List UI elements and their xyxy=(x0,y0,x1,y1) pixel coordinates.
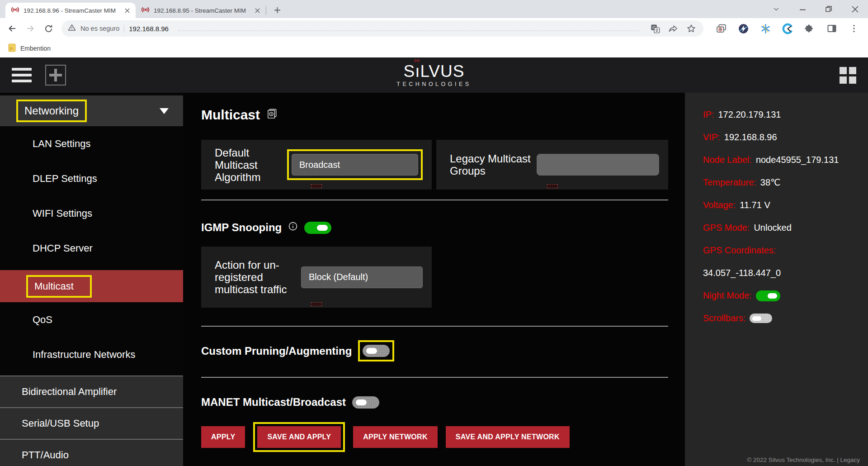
sidebar-item-infrastructure-networks[interactable]: Infrastructure Networks xyxy=(0,337,183,372)
section-divider xyxy=(201,377,668,378)
address-bar[interactable]: No es seguro 192.168.8.96 G xyxy=(61,20,703,37)
snowflake-extension-icon[interactable] xyxy=(760,23,771,34)
default-multicast-algorithm-panel: Default Multicast Algorithm Broadcast xyxy=(201,140,432,190)
window-controls xyxy=(763,0,868,18)
sidebar-item-dhcp-server[interactable]: DHCP Server xyxy=(0,231,183,266)
tab-title: 192.168.8.96 - StreamCaster MIM xyxy=(24,7,119,14)
browser-toolbar: No es seguro 192.168.8.96 G xyxy=(0,18,868,39)
panel-resize-marker xyxy=(311,302,322,306)
status-row-night-mode: Night Mode: xyxy=(703,290,859,301)
apply-button[interactable]: APPLY xyxy=(201,426,245,448)
popup-help-icon[interactable] xyxy=(266,107,278,123)
section-divider xyxy=(201,200,668,200)
sidebar-section-bidirectional-amplifier[interactable]: Bidirectional Amplifier xyxy=(0,376,183,407)
sidebar-item-multicast[interactable]: Multicast xyxy=(0,270,183,302)
annotation-box-multicast: Multicast xyxy=(26,275,92,298)
sidebar-group-label: Networking xyxy=(24,105,79,117)
sidebar-sections: Bidirectional Amplifier Serial/USB Setup… xyxy=(0,376,183,466)
c-clock-extension-icon[interactable] xyxy=(782,23,793,34)
chip-separator xyxy=(124,25,124,33)
status-row-gps-coordinates: GPS Coordinates: xyxy=(703,245,859,256)
omnibox-dotted-line xyxy=(178,30,639,31)
forward-icon[interactable] xyxy=(23,21,38,36)
legacy-multicast-groups-panel: Legacy Multicast Groups xyxy=(436,140,668,190)
night-mode-toggle[interactable] xyxy=(756,290,780,301)
tab-streamcaster-95[interactable]: 192.168.8.95 - StreamCaster MIM xyxy=(136,3,266,18)
status-row-ip: IP:172.20.179.131 xyxy=(703,109,859,120)
page-body: Networking LAN Settings DLEP Settings WI… xyxy=(0,93,868,466)
streamcaster-favicon xyxy=(141,5,150,15)
apply-network-button[interactable]: APPLY NETWORK xyxy=(353,426,438,448)
add-plus-icon[interactable] xyxy=(45,65,66,86)
unregistered-multicast-label: Action for un-registered multicast traff… xyxy=(215,259,301,295)
browser-window: 192.168.8.96 - StreamCaster MIM 192.168.… xyxy=(0,0,868,466)
silvus-logo: SıLVUS TECHNOLOGIES xyxy=(396,63,471,87)
sidebar-group-networking[interactable]: Networking xyxy=(0,95,183,126)
main-content: Multicast Default Multicast Algorithm Br… xyxy=(183,93,685,466)
sidebar-item-dlep-settings[interactable]: DLEP Settings xyxy=(0,161,183,196)
chrome-media-cards-icon[interactable] xyxy=(715,23,727,34)
bookmark-star-icon[interactable] xyxy=(684,22,698,35)
tab-title: 192.168.8.95 - StreamCaster MIM xyxy=(154,7,249,14)
streamcaster-favicon xyxy=(11,5,19,15)
minimize-button[interactable] xyxy=(789,0,816,18)
default-multicast-algorithm-select[interactable]: Broadcast xyxy=(292,154,418,176)
igmp-snooping-toggle[interactable] xyxy=(304,222,331,234)
close-window-button[interactable] xyxy=(842,0,868,18)
sidebar-item-qos[interactable]: QoS xyxy=(0,302,183,337)
status-row-vip: VIP:192.168.8.96 xyxy=(703,132,859,143)
status-row-node-label: Node Label:node45955_179.131 xyxy=(703,154,859,166)
grid-apps-icon[interactable] xyxy=(840,67,856,84)
menu-hamburger-icon[interactable] xyxy=(12,68,32,82)
status-row-gps-mode: GPS Mode:Unlocked xyxy=(703,222,859,233)
restore-button[interactable] xyxy=(816,0,842,18)
sidebar-item-wifi-settings[interactable]: WIFI Settings xyxy=(0,196,183,231)
manet-multicast-label: MANET Multicast/Broadcast xyxy=(201,396,346,409)
custom-pruning-toggle[interactable] xyxy=(363,345,390,357)
bookmark-embention[interactable]: Embention xyxy=(20,45,51,52)
save-and-apply-network-button[interactable]: SAVE AND APPLY NETWORK xyxy=(446,426,570,448)
tab-streamcaster-96[interactable]: 192.168.8.96 - StreamCaster MIM xyxy=(5,3,136,18)
status-row-scrollbars: Scrollbars: xyxy=(703,313,859,324)
sidebar-section-serial-usb-setup[interactable]: Serial/USB Setup xyxy=(0,407,183,439)
annotation-box-pruning-toggle xyxy=(358,340,394,361)
legacy-multicast-groups-input[interactable] xyxy=(537,154,659,176)
extensions-puzzle-icon[interactable] xyxy=(804,23,816,34)
info-icon[interactable] xyxy=(288,221,298,234)
status-row-voltage: Voltage:11.71 V xyxy=(703,200,859,211)
custom-pruning-row: Custom Pruning/Augmenting xyxy=(201,340,685,361)
tab-close-icon[interactable] xyxy=(253,6,261,14)
back-icon[interactable] xyxy=(5,21,20,36)
igmp-snooping-row: IGMP Snooping xyxy=(201,221,685,234)
security-chip-label[interactable]: No es seguro xyxy=(80,25,119,32)
app-header: SıLVUS TECHNOLOGIES xyxy=(0,57,868,93)
section-divider xyxy=(201,326,668,327)
annotation-box-broadcast-select: Broadcast xyxy=(287,149,423,180)
scrollbars-toggle[interactable] xyxy=(750,314,772,323)
copyright-footer: © 2022 Silvus Technologies, Inc. | Legac… xyxy=(747,456,860,463)
new-tab-button[interactable] xyxy=(271,4,283,16)
silvus-logo-wordmark: SıLVUS xyxy=(396,63,471,80)
manet-multicast-toggle[interactable] xyxy=(352,396,379,409)
reload-icon[interactable] xyxy=(41,21,56,36)
not-secure-warning-icon[interactable] xyxy=(68,24,76,33)
unregistered-multicast-panel: Action for un-registered multicast traff… xyxy=(201,247,432,308)
bookmarks-bar: Embention xyxy=(0,39,868,57)
status-row-gps-coordinates-value: 34.057_-118.447_0 xyxy=(703,267,859,279)
tab-close-icon[interactable] xyxy=(123,6,131,14)
share-icon[interactable] xyxy=(666,22,680,35)
side-panel-icon[interactable] xyxy=(826,23,838,34)
save-and-apply-button[interactable]: SAVE AND APPLY xyxy=(257,426,341,448)
url-text[interactable]: 192.168.8.96 xyxy=(129,25,169,33)
silvus-logo-subtitle: TECHNOLOGIES xyxy=(396,81,471,87)
panel-resize-marker xyxy=(311,184,322,188)
lightning-extension-icon[interactable] xyxy=(737,23,749,34)
browser-menu-icon[interactable] xyxy=(848,23,860,34)
sidebar-section-ptt-audio[interactable]: PTT/Audio xyxy=(0,439,183,466)
tab-strip: 192.168.8.96 - StreamCaster MIM 192.168.… xyxy=(0,0,868,18)
sidebar-item-lan-settings[interactable]: LAN Settings xyxy=(0,126,183,161)
translate-icon[interactable]: G xyxy=(648,22,662,35)
tab-search-chevron-icon[interactable] xyxy=(763,0,789,18)
unregistered-multicast-select[interactable]: Block (Default) xyxy=(301,266,423,288)
bookmark-file-icon xyxy=(8,43,16,53)
